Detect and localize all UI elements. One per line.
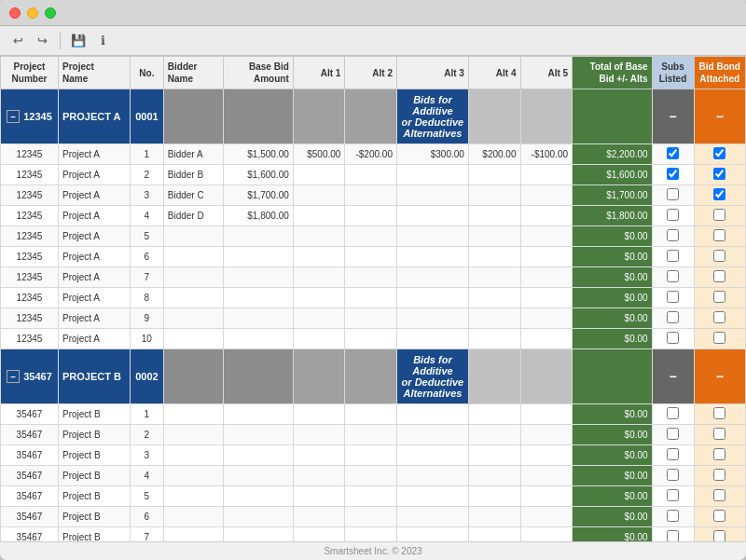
bond-checkbox[interactable] [713,332,725,344]
subs-checkbox[interactable] [667,311,679,323]
info-icon[interactable]: ℹ [94,33,111,49]
cell-no: 10 [130,329,163,349]
cell-bond[interactable] [694,144,745,165]
bond-checkbox[interactable] [713,311,725,323]
cell-bond[interactable] [694,267,745,288]
cell-bond[interactable] [694,247,745,267]
cell-subs[interactable] [652,308,694,329]
subs-checkbox[interactable] [667,428,679,440]
group-a-subs-btn[interactable]: − [652,89,694,144]
cell-proj-name: Project B [59,466,131,486]
bond-checkbox[interactable] [713,448,725,460]
bond-checkbox[interactable] [713,147,725,159]
cell-subs[interactable] [652,247,694,267]
group-a-bond-btn[interactable]: − [694,89,745,144]
cell-subs[interactable] [652,466,694,486]
undo-icon[interactable]: ↩ [9,33,26,49]
minimize-button[interactable] [27,7,38,19]
cell-bond[interactable] [694,507,745,527]
bond-checkbox[interactable] [713,250,725,262]
subs-checkbox[interactable] [667,209,679,221]
cell-bond[interactable] [694,404,745,425]
cell-subs[interactable] [652,206,694,226]
subs-checkbox[interactable] [667,188,679,200]
header-project-number: ProjectNumber [1,57,59,89]
cell-no: 2 [130,425,163,445]
maximize-button[interactable] [45,7,56,19]
bond-checkbox[interactable] [713,209,725,221]
cell-subs[interactable] [652,288,694,308]
footer-text: Smartsheet Inc. © 2023 [324,546,421,556]
cell-base-bid: $1,500.00 [223,144,293,165]
bond-checkbox[interactable] [713,291,725,303]
cell-bond[interactable] [694,226,745,247]
cell-subs[interactable] [652,144,694,165]
cell-base-bid: $1,700.00 [223,185,293,206]
subs-checkbox[interactable] [667,407,679,419]
cell-bond[interactable] [694,308,745,329]
bond-checkbox[interactable] [713,229,725,241]
group-b-subs-btn[interactable]: − [652,349,694,404]
subs-checkbox[interactable] [667,291,679,303]
group-b-alt5 [520,349,573,404]
cell-base-bid: $1,600.00 [223,165,293,185]
subs-checkbox[interactable] [667,270,679,282]
cell-subs[interactable] [652,226,694,247]
cell-bond[interactable] [694,425,745,445]
cell-subs[interactable] [652,165,694,185]
bond-checkbox[interactable] [713,469,725,481]
subs-checkbox[interactable] [667,489,679,501]
cell-subs[interactable] [652,425,694,445]
header-base-bid: Base BidAmount [223,57,293,89]
bond-checkbox[interactable] [713,270,725,282]
bond-checkbox[interactable] [713,428,725,440]
cell-total: $0.00 [573,247,653,267]
cell-subs[interactable] [652,185,694,206]
subs-checkbox[interactable] [667,448,679,460]
group-b-proj-num: −35467 [1,349,59,404]
cell-bond[interactable] [694,206,745,226]
cell-subs[interactable] [652,486,694,507]
cell-subs[interactable] [652,445,694,466]
cell-subs[interactable] [652,507,694,527]
subs-checkbox[interactable] [667,147,679,159]
cell-bond[interactable] [694,445,745,466]
close-button[interactable] [9,7,21,19]
subs-checkbox[interactable] [667,469,679,481]
subs-checkbox[interactable] [667,229,679,241]
subs-checkbox[interactable] [667,530,679,541]
bond-checkbox[interactable] [713,188,725,200]
cell-bond[interactable] [694,329,745,349]
group-b-subs-minus[interactable]: − [661,367,684,386]
subs-checkbox[interactable] [667,510,679,522]
cell-bond[interactable] [694,486,745,507]
cell-subs[interactable] [652,329,694,349]
bond-checkbox[interactable] [713,168,725,180]
cell-bond[interactable] [694,165,745,185]
cell-bond[interactable] [694,288,745,308]
save-icon[interactable]: 💾 [70,33,87,49]
cell-bond[interactable] [694,185,745,206]
group-b-bond-btn[interactable]: − [694,349,745,404]
cell-subs[interactable] [652,527,694,542]
bond-checkbox[interactable] [713,407,725,419]
bond-checkbox[interactable] [713,489,725,501]
cell-subs[interactable] [652,267,694,288]
cell-alt2 [345,247,397,267]
subs-checkbox[interactable] [667,250,679,262]
collapse-icon-b[interactable]: − [7,370,20,383]
redo-icon[interactable]: ↪ [34,33,50,49]
cell-bond[interactable] [694,466,745,486]
bond-checkbox[interactable] [713,530,725,541]
group-b-bond-minus[interactable]: − [709,367,731,386]
cell-subs[interactable] [652,404,694,425]
group-a-subs-minus[interactable]: − [661,107,684,126]
subs-checkbox[interactable] [667,332,679,344]
cell-no: 7 [130,527,163,542]
subs-checkbox[interactable] [667,168,679,180]
cell-bond[interactable] [694,527,745,542]
group-a-bond-minus[interactable]: − [709,107,731,126]
collapse-icon-a[interactable]: − [7,110,20,123]
bond-checkbox[interactable] [713,510,725,522]
cell-total: $1,800.00 [573,206,653,226]
